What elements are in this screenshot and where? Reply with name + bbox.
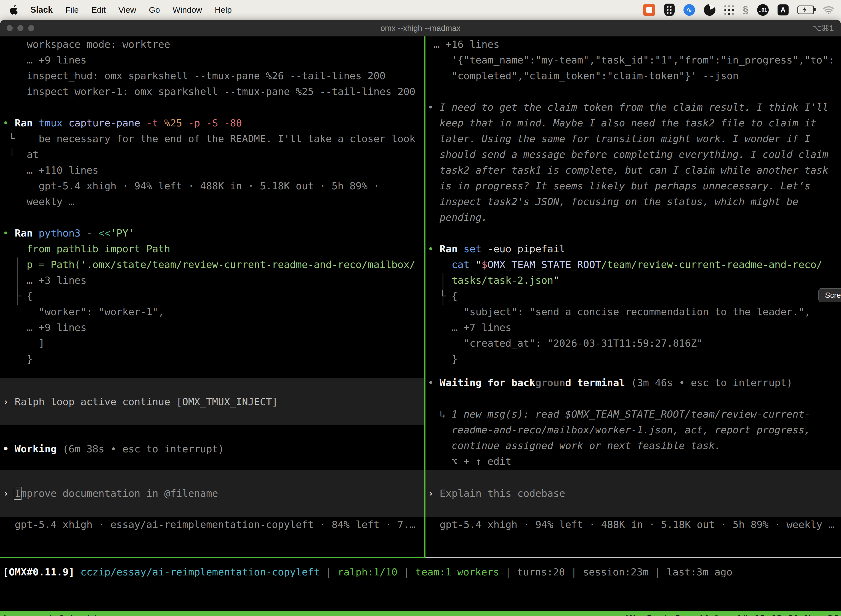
menubar-left: Slack File Edit View Go Window Help [0,5,232,15]
bullet-icon: • [3,117,9,129]
separator: | [649,566,667,578]
wifi-icon[interactable] [823,6,834,14]
left-pane[interactable]: workspace_mode: worktree … +9 lines insp… [0,37,424,532]
cmd-token: - [81,227,92,239]
terminal-line-ran-set: • Ran set -euo pipefail [425,241,841,257]
input-placeholder: Explain this codebase [434,488,566,499]
waiting-detail: (3m 46s • esc to interrupt) [625,377,793,388]
thinking-line: keep that in mind. Maybe I also need the… [425,115,841,131]
bullet-icon: • [428,377,434,388]
terminal-line: › Ralph loop active continue [OMX_TMUX_I… [0,394,424,409]
terminal-line: … +9 lines [0,320,424,335]
tmux-statusbar: [omx-cczip0:bash* "MacBook-Pro-44.local"… [0,611,841,616]
terminal-window: omx --xhigh --madmax ⌥⌘1 workspace_mode:… [0,20,841,616]
terminal-line: "completed","claim_token":"claim-token"}… [425,68,841,84]
screen-record-icon[interactable] [643,4,655,16]
terminal-line: "subject": "send a concise recommendatio… [425,304,841,320]
timer-badge-icon[interactable]: ..61 [757,4,769,16]
tmux-session-label[interactable]: [omx-cczip0:bash* [2,611,98,616]
terminal-line: … +16 lines [425,37,841,52]
omx-session: session:23m [583,566,648,578]
right-input-band[interactable]: › Explain this codebase [425,470,841,517]
waiting-label: d terminal [566,377,625,388]
terminal-line [0,425,424,441]
terminal-line: └ be necessary for the end of the README… [0,131,424,147]
ran-label: Ran [9,117,33,129]
ran-label: Ran [9,227,33,239]
terminal-line [0,210,424,225]
waiting-status: • Waiting for background terminal (3m 46… [425,375,841,390]
dots-grid-icon[interactable] [724,5,734,15]
window-title: omx --xhigh --madmax [0,20,841,37]
terminal-line: gpt-5.4 xhigh · 94% left · 488K in · 5.1… [0,178,424,194]
terminal-line: from pathlib import Path [0,241,424,257]
ralph-prompt-band[interactable]: › Ralph loop active continue [OMX_TMUX_I… [0,378,424,425]
menu-item-go[interactable]: Go [149,5,160,15]
terminal-line: p = Path('.omx/state/team/review-current… [0,257,424,273]
bullet-icon: • [3,227,9,239]
pane-divider[interactable] [424,37,425,557]
tree-guide [12,148,12,155]
omx-statusline: [OMX#0.11.9] cczip/essay/ai-reimplementa… [0,564,841,580]
bullet-icon: • [3,443,9,455]
spacer [425,367,841,375]
terminal-line: weekly … [0,194,424,210]
omx-team-workers: team:1 workers [416,566,499,578]
thinking-line: inspect task2's JSON, focusing on the st… [425,194,841,210]
left-input-band[interactable]: › Improve documentation in @filename [0,470,424,517]
cmd-token: -p -S -80 [182,117,242,129]
omx-version-badge: [OMX#0.11.9] [3,566,75,578]
omx-ralph-count: ralph:1/10 [338,566,398,578]
titlebar[interactable]: omx --xhigh --madmax ⌥⌘1 [0,20,841,37]
omx-project: cczip/essay/ai-reimplementation-copyleft [75,566,320,578]
path-token: /team/review-current-readme-and-reco/ [601,259,822,270]
bullet-icon: • [428,101,434,113]
pie-circle-icon[interactable] [704,4,715,16]
terminal-line: "created_at": "2026-03-31T11:59:27.816Z" [425,335,841,351]
thinking-line: is in progress? It seems likely but perh… [425,178,841,194]
bullet-icon: • [428,243,434,254]
terminal-line: └ { [0,288,424,304]
shield-grid-icon[interactable] [664,4,675,16]
cmd-token: tmux [32,117,62,129]
edit-hint: ⌥ + ↑ edit [425,453,841,469]
terminal-line [425,390,841,406]
menu-item-file[interactable]: File [65,5,79,15]
terminal-line: '{"team_name":"my-team","task_id":"1","f… [425,52,841,68]
cmd-token: %25 [158,117,182,129]
cmd-token: cat [428,259,470,270]
terminal-line: inspect_hud: omx sparkshell --tmux-pane … [0,68,424,84]
tmux-host-time: "MacBook-Pro-44.local" 05:03 31-Mar-26 [624,611,839,616]
menu-item-window[interactable]: Window [173,5,202,15]
message-line: ↳ 1 new msg(s): read $OMX_TEAM_STATE_ROO… [425,406,841,422]
terminal-line: inspect_worker-1: omx sparkshell --tmux-… [0,84,424,99]
omx-turns: turns:20 [517,566,565,578]
waiting-label-shimmer: groun [535,377,565,388]
separator: | [398,566,416,578]
ralph-loop-text: Ralph loop active continue [OMX_TMUX_INJ… [9,396,278,407]
menu-item-edit[interactable]: Edit [91,5,105,15]
menu-app-name[interactable]: Slack [30,5,53,15]
right-pane[interactable]: … +16 lines '{"team_name":"my-team","tas… [425,37,841,532]
spacer [0,367,424,378]
battery-icon[interactable] [797,6,814,14]
omx-last: last:3m ago [667,566,732,578]
tree-guide [18,258,18,305]
input-source-icon[interactable]: A [778,4,788,15]
apple-menu-icon[interactable] [10,5,18,15]
terminal-line [0,99,424,115]
menu-item-view[interactable]: View [119,5,136,15]
right-statusline: gpt-5.4 xhigh · 94% left · 488K in · 5.1… [425,517,841,532]
thinking-line: should send a message before completing … [425,147,841,162]
thinking-line: task2 after task1 is complete, but can I… [425,162,841,178]
menu-item-help[interactable]: Help [215,5,232,15]
squiggle-icon[interactable]: § [743,4,748,16]
thinking-text: I need to get the claim token from the c… [434,101,828,113]
terminal-line: } [0,351,424,367]
working-status: • Working (6m 38s • esc to interrupt) [0,441,424,457]
blue-badge-icon[interactable]: ∿ [683,4,695,16]
cmd-token: " [470,259,482,270]
env-var: OMX_TEAM_STATE_ROOT [488,259,601,270]
terminal-line-ran-tmux: • Ran tmux capture-pane -t %25 -p -S -80 [0,115,424,131]
path-token: tasks/task-2.json [428,274,553,286]
